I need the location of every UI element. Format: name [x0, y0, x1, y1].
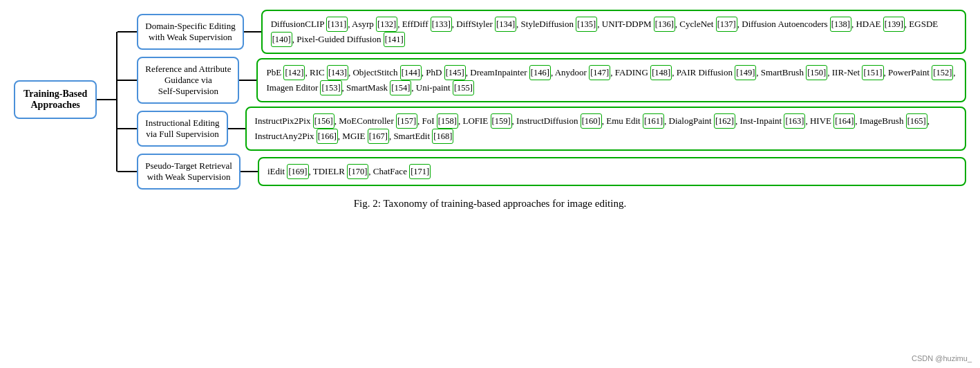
mid-h-line-2 [239, 80, 256, 81]
vertical-bar-container [116, 7, 117, 192]
mid-node-3: Instructional Editing via Full Supervisi… [137, 111, 227, 147]
root-h-line [97, 99, 116, 100]
root-node: Training-Based Approaches [14, 80, 97, 119]
branch-row-2: Reference and Attribute Guidance via Sel… [117, 57, 966, 104]
branch-h-line-4 [117, 171, 137, 172]
mid-node-1: Domain-Specific Editing with Weak Superv… [137, 14, 243, 50]
right-node-1: DiffusionCLIP [131], Asyrp [132], EffDif… [261, 10, 966, 54]
branch-row-3: Instructional Editing via Full Supervisi… [117, 107, 966, 151]
watermark: CSDN @huzimu_ [912, 354, 972, 362]
mid-h-line-3 [228, 128, 245, 129]
caption: Fig. 2: Taxonomy of training-based appro… [354, 198, 626, 210]
right-node-4: iEdit [169], TDIELR [170], ChatFace [171… [258, 157, 966, 186]
branch-row-4: Pseudo-Target Retrieval with Weak Superv… [117, 154, 966, 190]
right-node-3: InstructPix2Pix [156], MoEController [15… [245, 107, 966, 151]
main-container: Training-Based Approaches Domain-Specifi… [0, 0, 980, 368]
mid-node-4: Pseudo-Target Retrieval with Weak Superv… [137, 154, 241, 190]
mid-h-line-4 [241, 171, 258, 172]
mid-h-line-1 [244, 31, 261, 33]
tree-body: Domain-Specific Editing with Weak Superv… [116, 7, 966, 192]
branches-list: Domain-Specific Editing with Weak Superv… [117, 7, 966, 192]
branch-h-line-3 [117, 128, 137, 129]
branch-row-1: Domain-Specific Editing with Weak Superv… [117, 10, 966, 54]
vertical-bar [116, 32, 117, 172]
mid-node-2: Reference and Attribute Guidance via Sel… [137, 57, 239, 104]
diagram: Training-Based Approaches Domain-Specifi… [14, 7, 966, 192]
branch-h-line-2 [117, 80, 137, 81]
right-node-2: PbE [142], RIC [143], ObjectStitch [144]… [256, 58, 966, 102]
branch-h-line-1 [117, 31, 137, 33]
